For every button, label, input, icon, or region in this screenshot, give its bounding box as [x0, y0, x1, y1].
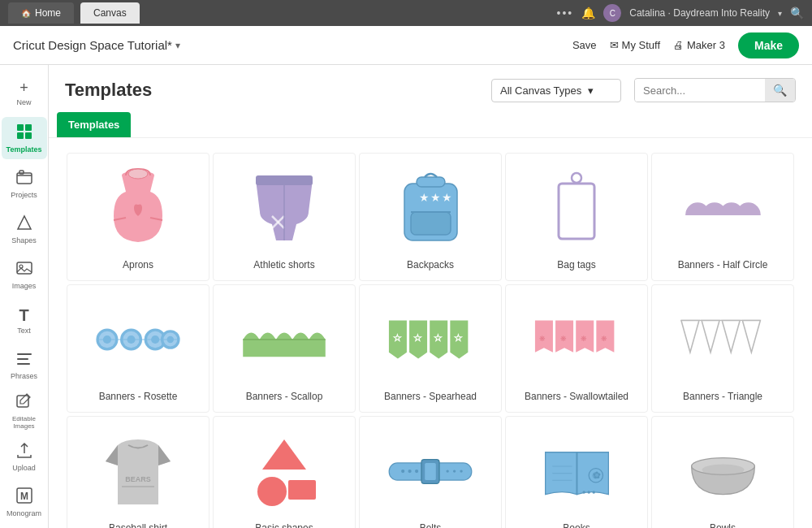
template-basic-shapes[interactable]: Basic shapes: [213, 416, 356, 528]
svg-text:❋: ❋: [601, 335, 607, 343]
user-chevron-icon[interactable]: ▾: [778, 9, 782, 18]
books-thumb: ✿: [516, 426, 637, 516]
title-chevron-icon[interactable]: ▾: [175, 40, 180, 51]
save-button[interactable]: Save: [572, 39, 597, 51]
notification-bell-icon[interactable]: 🔔: [581, 6, 595, 19]
svg-rect-4: [17, 173, 32, 184]
projects-icon: [16, 169, 32, 189]
template-books[interactable]: ✿ Books: [505, 416, 648, 528]
banners-scallop-label: Banners - Scallop: [223, 391, 345, 402]
template-banners-half-circle[interactable]: Banners - Half Circle: [651, 153, 794, 281]
sidebar-item-shapes[interactable]: Shapes: [2, 208, 47, 250]
tab-templates[interactable]: Templates: [57, 112, 131, 137]
aprons-label: Aprons: [77, 259, 199, 270]
home-icon: 🏠: [21, 9, 31, 18]
template-baseball-shirt[interactable]: BEARS Baseball shirt: [67, 416, 209, 528]
template-banners-scallop[interactable]: Banners - Scallop: [213, 284, 356, 413]
svg-rect-12: [17, 396, 28, 407]
svg-point-91: [592, 491, 594, 493]
svg-text:❋: ❋: [539, 335, 546, 343]
template-banners-spearhead[interactable]: ☆ ☆ ☆ ☆ Banners - Spearhead: [359, 284, 502, 413]
banners-spearhead-label: Banners - Spearhead: [369, 391, 491, 402]
sidebar-item-projects[interactable]: Projects: [2, 162, 47, 205]
banners-rosette-label: Banners - Rosette: [77, 391, 199, 402]
search-input[interactable]: [635, 80, 765, 102]
bowls-label: Bowls: [662, 522, 784, 528]
canvas-type-filter[interactable]: All Canvas Types ▾: [491, 79, 621, 102]
filter-chevron-icon: ▾: [588, 84, 594, 97]
svg-point-79: [446, 470, 448, 472]
templates-header: Templates All Canvas Types ▾ 🔍: [49, 65, 812, 112]
make-button[interactable]: Make: [738, 32, 799, 58]
template-banners-rosette[interactable]: Banners - Rosette: [67, 284, 209, 413]
templates-icon: [16, 123, 32, 144]
svg-text:✿: ✿: [593, 469, 601, 480]
svg-rect-3: [25, 132, 32, 139]
page-title: Templates: [65, 80, 478, 101]
sidebar-item-images[interactable]: Images: [2, 253, 47, 296]
template-athletic-shorts[interactable]: Athletic shorts: [213, 153, 356, 281]
search-button[interactable]: 🔍: [765, 79, 795, 102]
tab-canvas[interactable]: Canvas: [80, 2, 140, 24]
svg-rect-11: [17, 363, 30, 365]
shorts-label: Athletic shorts: [223, 259, 345, 270]
svg-marker-66: [742, 320, 760, 352]
svg-point-30: [572, 173, 581, 183]
svg-text:★: ★: [430, 191, 441, 204]
bowls-thumb: [662, 426, 784, 516]
svg-point-81: [460, 470, 462, 472]
svg-rect-10: [17, 358, 28, 360]
search-bar: 🔍: [634, 78, 796, 102]
title-bar: 🏠 Home Canvas ••• 🔔 C Catalina · Daydrea…: [0, 0, 812, 26]
more-options-icon[interactable]: •••: [557, 6, 574, 19]
svg-rect-24: [411, 212, 451, 235]
avatar[interactable]: C: [603, 4, 621, 22]
svg-point-15: [128, 169, 148, 179]
search-icon[interactable]: 🔍: [790, 6, 804, 19]
upload-icon: [16, 442, 32, 462]
sidebar-item-upload[interactable]: Upload: [2, 435, 47, 478]
svg-marker-65: [722, 320, 740, 352]
svg-marker-6: [18, 216, 31, 229]
svg-point-76: [401, 469, 404, 472]
mystuff-button[interactable]: ✉ My Stuff: [610, 39, 660, 51]
basic-shapes-label: Basic shapes: [223, 522, 345, 528]
sidebar-item-editable[interactable]: Editable Images: [2, 390, 47, 432]
baseball-shirt-label: Baseball shirt: [77, 522, 199, 528]
banners-swallowtailed-label: Banners - Swallowtailed: [516, 391, 637, 402]
svg-text:☆: ☆: [393, 332, 402, 343]
svg-point-90: [587, 491, 590, 493]
user-name: Catalina · Daydream Into Reality: [629, 7, 770, 19]
template-bag-tags[interactable]: Bag tags: [505, 153, 648, 281]
template-belts[interactable]: Belts: [359, 416, 502, 528]
maker-icon: 🖨: [673, 39, 684, 51]
template-aprons[interactable]: Aprons: [67, 153, 209, 281]
svg-point-77: [408, 469, 412, 472]
template-banners-triangle[interactable]: Banners - Triangle: [651, 284, 794, 413]
svg-rect-29: [559, 184, 594, 239]
maker-button[interactable]: 🖨 Maker 3: [673, 39, 725, 51]
svg-rect-7: [17, 262, 32, 274]
template-backpacks[interactable]: ★ ★ ★ Backpacks: [359, 153, 502, 281]
basic-shapes-thumb: [223, 426, 345, 516]
svg-point-78: [415, 469, 418, 472]
bag-tags-label: Bag tags: [516, 259, 637, 270]
template-bowls[interactable]: Bowls: [651, 416, 794, 528]
svg-point-89: [582, 491, 585, 493]
svg-rect-0: [17, 124, 24, 131]
svg-text:❋: ❋: [581, 335, 587, 343]
sidebar-item-phrases[interactable]: Phrases: [2, 344, 47, 387]
sidebar-item-templates[interactable]: Templates: [2, 117, 47, 159]
sidebar-item-monogram[interactable]: M Monogram: [2, 481, 47, 523]
svg-text:☆: ☆: [413, 332, 422, 343]
tab-home[interactable]: 🏠 Home: [8, 2, 74, 24]
svg-point-80: [453, 470, 456, 472]
belts-label: Belts: [369, 522, 491, 528]
text-icon: T: [19, 306, 28, 325]
template-banners-swallowtailed[interactable]: ❋ ❋ ❋ ❋ Banners - Swallowtailed: [505, 284, 648, 413]
svg-text:☆: ☆: [454, 332, 463, 343]
sidebar-item-text[interactable]: T Text: [2, 299, 47, 341]
svg-point-71: [257, 477, 287, 506]
project-title[interactable]: Cricut Design Space Tutorial* ▾: [13, 38, 180, 52]
sidebar-item-new[interactable]: + New: [2, 71, 47, 114]
